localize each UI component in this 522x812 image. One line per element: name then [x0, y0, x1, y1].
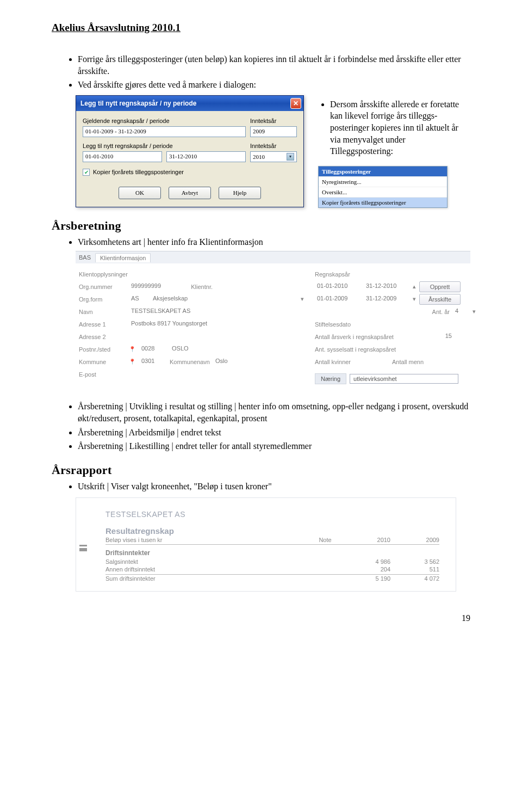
document-header: Akelius Årsavslutning 2010.1: [52, 22, 470, 34]
table-row: Salgsinntekt 4 986 3 562: [105, 558, 439, 565]
col-year1: 2010: [341, 537, 390, 543]
col-year2: 2009: [390, 537, 439, 543]
label: Ant. år: [432, 309, 450, 315]
cell: 3 562: [390, 558, 439, 565]
date-input[interactable]: 31-12-2009: [364, 294, 409, 304]
klientinformasjon-panel: BAS Klientinformasjon Klientopplysninger…: [76, 251, 470, 391]
opprett-button[interactable]: Opprett: [419, 281, 461, 292]
close-icon[interactable]: ✕: [290, 98, 301, 109]
klientnr-input[interactable]: [216, 282, 265, 292]
scroll-up-icon[interactable]: ▴: [413, 283, 416, 290]
report-preview: TESTSELSKAPET AS Resultatregnskap Beløp …: [76, 497, 456, 592]
label: Legg til nytt regnskapsår / periode: [83, 143, 246, 149]
label: Ant. sysselsatt i regnskapsåret: [315, 346, 424, 353]
postnr-input[interactable]: 0028: [139, 345, 166, 354]
menu-item-nyregistrering[interactable]: Nyregistrering...: [319, 176, 447, 187]
date-input[interactable]: 01-01-2009: [315, 294, 361, 304]
naering-tab[interactable]: Næring: [315, 373, 346, 384]
antar-select[interactable]: 4: [453, 307, 469, 317]
sysselsatt-input[interactable]: [427, 345, 454, 354]
orgform-name: Aksjeselskap: [151, 294, 297, 304]
cancel-button[interactable]: Avbryt: [169, 187, 211, 199]
text: Dersom årsskifte allerede er foretatte k…: [330, 99, 470, 157]
kommunenavn-input[interactable]: Oslo: [213, 357, 304, 367]
text: Virksomhetens art | henter info fra Klie…: [78, 236, 470, 248]
table-row: Annen driftsinntekt 204 511: [105, 565, 439, 573]
tab-klientinformasjon[interactable]: Klientinformasjon: [95, 253, 151, 262]
group-label: Driftsinntekter: [105, 549, 439, 557]
label: Gjeldende regnskapsår / periode: [83, 118, 246, 124]
section-aarsrapport: Årsrapport: [52, 463, 470, 477]
col-note: Note: [309, 537, 341, 543]
orgform-code[interactable]: AS: [129, 294, 147, 304]
report-subtitle: Beløp vises i tusen kr: [105, 537, 309, 543]
menn-input[interactable]: [439, 357, 461, 367]
menu-item-kopier[interactable]: Kopier fjorårets tilleggsposteringer: [319, 197, 447, 207]
scroll-down-icon[interactable]: ▾: [413, 296, 416, 303]
menu-item-oversikt[interactable]: Oversikt...: [319, 187, 447, 197]
dialog-title: Legg til nytt regnskapsår / ny periode: [80, 100, 196, 107]
cell: 4 986: [341, 558, 390, 565]
label: Antall menn: [392, 359, 436, 365]
epost-input[interactable]: [129, 370, 304, 379]
report-title: Resultatregnskap: [105, 526, 439, 536]
text: Forrige års tilleggsposteringer (uten be…: [78, 53, 470, 77]
pin-icon[interactable]: 📍: [129, 346, 136, 352]
text: Årsberetning | Utvikling i resultat og s…: [78, 401, 470, 424]
to-date-input[interactable]: 31-12-2010: [166, 151, 246, 162]
pin-icon[interactable]: 📍: [129, 359, 136, 365]
cell: 4 072: [390, 575, 439, 582]
help-button[interactable]: Hjelp: [219, 187, 261, 199]
label: Antall kvinner: [315, 359, 364, 365]
date-input[interactable]: 31-12-2010: [364, 282, 409, 292]
stiftelsesdato-input[interactable]: [427, 319, 476, 329]
tilleggsposteringer-menu: Tilleggsposteringer Nyregistrering... Ov…: [318, 166, 448, 208]
kvinner-input[interactable]: [367, 357, 389, 367]
label: Inntektsår: [250, 143, 297, 149]
page-number: 19: [52, 613, 470, 623]
dialog-side-column: Dersom årsskifte allerede er foretatte k…: [318, 99, 470, 208]
arsverk-input[interactable]: 15: [427, 332, 454, 342]
drag-handle-icon[interactable]: [79, 545, 87, 551]
label: E-post: [79, 371, 126, 378]
ok-button[interactable]: OK: [119, 187, 161, 199]
chevron-down-icon[interactable]: ▾: [301, 296, 304, 303]
cell: 5 190: [341, 575, 390, 582]
current-period-input[interactable]: 01-01-2009 - 31-12-2009: [83, 126, 246, 137]
cell: 511: [390, 566, 439, 573]
cell: Salgsinntekt: [105, 558, 309, 565]
label: Antall årsverk i regnskapsåret: [315, 334, 424, 340]
adresse1-input[interactable]: Postboks 8917 Youngstorget: [129, 319, 304, 329]
section-aarsberetning: Årsberetning: [52, 219, 470, 233]
label: Inntektsår: [250, 118, 297, 124]
date-input[interactable]: 01-01-2010: [315, 282, 361, 292]
checkbox-label: Kopier fjorårets tilleggsposteringer: [93, 169, 184, 175]
adresse2-input[interactable]: [129, 332, 304, 342]
add-year-dialog: Legg til nytt regnskapsår / ny periode ✕…: [76, 95, 304, 207]
orgnr-input[interactable]: 999999999: [129, 282, 177, 292]
kommune-input[interactable]: 0301: [139, 357, 166, 367]
company-name: TESTSELSKAPET AS: [105, 510, 439, 519]
text: Årsberetning | Arbeidsmiljø | endret tek…: [78, 427, 470, 439]
label: Stiftelsesdato: [315, 321, 424, 328]
text: Årsberetning | Likestilling | endret tel…: [78, 440, 470, 452]
year-select[interactable]: 2010 ▾: [250, 151, 297, 162]
text: Ved årsskifte gjøres dette ved å markere…: [78, 79, 470, 91]
naering-input[interactable]: utleievirksomhet: [350, 374, 458, 384]
table-row-sum: Sum driftsinntekter 5 190 4 072: [105, 574, 439, 582]
year-input[interactable]: 2009: [250, 126, 297, 137]
bas-label: BAS: [79, 254, 91, 261]
from-date-input[interactable]: 01-01-2010: [83, 151, 162, 162]
cell: Annen driftsinntekt: [105, 566, 309, 573]
chevron-down-icon[interactable]: ▾: [473, 308, 476, 315]
label: Adresse 1: [79, 321, 126, 328]
label: Postnr./sted: [79, 346, 126, 353]
chevron-down-icon: ▾: [287, 153, 294, 161]
navn-input[interactable]: TESTSELSKAPET AS: [129, 307, 304, 317]
arsskifte-button[interactable]: Årsskifte: [419, 294, 461, 305]
copy-checkbox[interactable]: ✔: [83, 169, 90, 176]
sted-input[interactable]: OSLO: [170, 345, 304, 354]
menu-header: Tilleggsposteringer: [319, 167, 447, 176]
heading: Regnskapsår: [315, 271, 350, 278]
label: Kommunenavn: [170, 359, 210, 365]
